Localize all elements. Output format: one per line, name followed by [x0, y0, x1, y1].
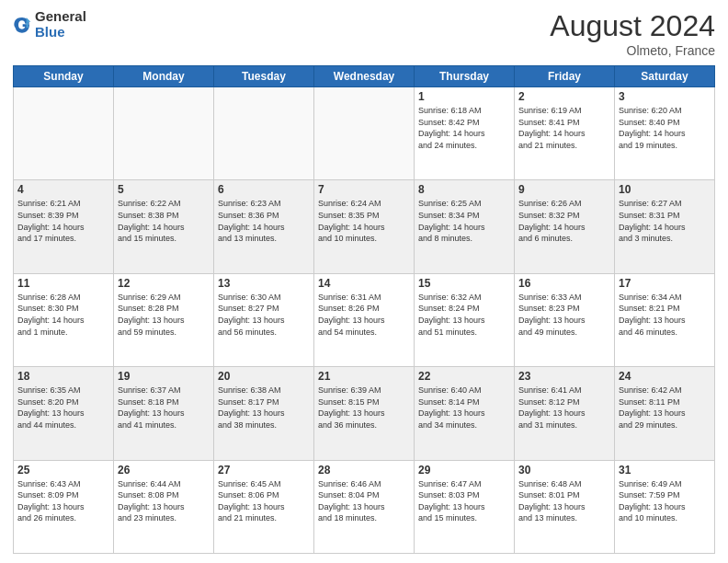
calendar-cell: 10Sunrise: 6:27 AM Sunset: 8:31 PM Dayli… [615, 180, 715, 273]
calendar-cell: 6Sunrise: 6:23 AM Sunset: 8:36 PM Daylig… [214, 180, 314, 273]
calendar-cell: 12Sunrise: 6:29 AM Sunset: 8:28 PM Dayli… [114, 273, 214, 366]
day-info: Sunrise: 6:21 AM Sunset: 8:39 PM Dayligh… [17, 198, 109, 244]
day-number: 1 [418, 90, 510, 103]
calendar-cell: 22Sunrise: 6:40 AM Sunset: 8:14 PM Dayli… [415, 367, 515, 460]
day-info: Sunrise: 6:49 AM Sunset: 7:59 PM Dayligh… [619, 478, 711, 524]
day-number: 18 [17, 370, 109, 383]
calendar-cell: 1Sunrise: 6:18 AM Sunset: 8:42 PM Daylig… [415, 87, 515, 180]
calendar-cell: 19Sunrise: 6:37 AM Sunset: 8:18 PM Dayli… [114, 367, 214, 460]
day-number: 13 [218, 277, 310, 290]
day-number: 20 [218, 370, 310, 383]
day-number: 11 [17, 277, 109, 290]
location: Olmeto, France [550, 43, 715, 58]
calendar-week-row: 1Sunrise: 6:18 AM Sunset: 8:42 PM Daylig… [14, 87, 715, 180]
day-header-saturday: Saturday [615, 66, 715, 87]
day-info: Sunrise: 6:43 AM Sunset: 8:09 PM Dayligh… [17, 478, 109, 524]
day-info: Sunrise: 6:41 AM Sunset: 8:12 PM Dayligh… [518, 385, 610, 431]
logo-text: General Blue [35, 9, 86, 40]
calendar-cell: 7Sunrise: 6:24 AM Sunset: 8:35 PM Daylig… [314, 180, 415, 273]
day-info: Sunrise: 6:19 AM Sunset: 8:41 PM Dayligh… [518, 105, 610, 151]
day-number: 19 [118, 370, 210, 383]
header: General Blue August 2024 Olmeto, France [13, 9, 715, 58]
calendar-cell: 11Sunrise: 6:28 AM Sunset: 8:30 PM Dayli… [14, 273, 114, 366]
day-header-sunday: Sunday [14, 66, 114, 87]
day-info: Sunrise: 6:38 AM Sunset: 8:17 PM Dayligh… [218, 385, 310, 431]
day-info: Sunrise: 6:27 AM Sunset: 8:31 PM Dayligh… [619, 198, 711, 244]
calendar-cell: 29Sunrise: 6:47 AM Sunset: 8:03 PM Dayli… [415, 460, 515, 553]
calendar-week-row: 18Sunrise: 6:35 AM Sunset: 8:20 PM Dayli… [14, 367, 715, 460]
calendar-week-row: 11Sunrise: 6:28 AM Sunset: 8:30 PM Dayli… [14, 273, 715, 366]
day-header-tuesday: Tuesday [214, 66, 314, 87]
day-info: Sunrise: 6:47 AM Sunset: 8:03 PM Dayligh… [418, 478, 510, 524]
day-number: 16 [518, 277, 610, 290]
day-info: Sunrise: 6:44 AM Sunset: 8:08 PM Dayligh… [118, 478, 210, 524]
day-number: 31 [619, 464, 711, 477]
day-number: 22 [418, 370, 510, 383]
calendar-cell: 17Sunrise: 6:34 AM Sunset: 8:21 PM Dayli… [615, 273, 715, 366]
logo-blue-text: Blue [35, 25, 86, 40]
day-info: Sunrise: 6:32 AM Sunset: 8:24 PM Dayligh… [418, 292, 510, 338]
calendar-cell: 27Sunrise: 6:45 AM Sunset: 8:06 PM Dayli… [214, 460, 314, 553]
calendar-week-row: 25Sunrise: 6:43 AM Sunset: 8:09 PM Dayli… [14, 460, 715, 553]
day-number: 30 [518, 464, 610, 477]
day-header-thursday: Thursday [415, 66, 515, 87]
day-number: 29 [418, 464, 510, 477]
day-number: 7 [318, 183, 410, 196]
day-header-friday: Friday [515, 66, 615, 87]
calendar-cell [114, 87, 214, 180]
logo-general-text: General [35, 9, 86, 25]
day-number: 27 [218, 464, 310, 477]
day-info: Sunrise: 6:24 AM Sunset: 8:35 PM Dayligh… [318, 198, 410, 244]
calendar-cell: 23Sunrise: 6:41 AM Sunset: 8:12 PM Dayli… [515, 367, 615, 460]
day-number: 25 [17, 464, 109, 477]
title-block: August 2024 Olmeto, France [550, 9, 715, 58]
day-info: Sunrise: 6:23 AM Sunset: 8:36 PM Dayligh… [218, 198, 310, 244]
day-info: Sunrise: 6:29 AM Sunset: 8:28 PM Dayligh… [118, 292, 210, 338]
calendar-header-row: SundayMondayTuesdayWednesdayThursdayFrid… [14, 66, 715, 87]
calendar-cell: 4Sunrise: 6:21 AM Sunset: 8:39 PM Daylig… [14, 180, 114, 273]
day-info: Sunrise: 6:25 AM Sunset: 8:34 PM Dayligh… [418, 198, 510, 244]
calendar-cell: 15Sunrise: 6:32 AM Sunset: 8:24 PM Dayli… [415, 273, 515, 366]
calendar-cell: 28Sunrise: 6:46 AM Sunset: 8:04 PM Dayli… [314, 460, 415, 553]
calendar-cell: 2Sunrise: 6:19 AM Sunset: 8:41 PM Daylig… [515, 87, 615, 180]
day-info: Sunrise: 6:34 AM Sunset: 8:21 PM Dayligh… [619, 292, 711, 338]
day-info: Sunrise: 6:40 AM Sunset: 8:14 PM Dayligh… [418, 385, 510, 431]
day-number: 9 [518, 183, 610, 196]
day-number: 3 [619, 90, 711, 103]
calendar-cell: 21Sunrise: 6:39 AM Sunset: 8:15 PM Dayli… [314, 367, 415, 460]
day-number: 2 [518, 90, 610, 103]
day-number: 12 [118, 277, 210, 290]
calendar-cell: 30Sunrise: 6:48 AM Sunset: 8:01 PM Dayli… [515, 460, 615, 553]
logo: General Blue [13, 9, 86, 40]
calendar-cell: 14Sunrise: 6:31 AM Sunset: 8:26 PM Dayli… [314, 273, 415, 366]
month-year: August 2024 [550, 9, 715, 43]
day-number: 10 [619, 183, 711, 196]
calendar-cell: 13Sunrise: 6:30 AM Sunset: 8:27 PM Dayli… [214, 273, 314, 366]
calendar-cell: 31Sunrise: 6:49 AM Sunset: 7:59 PM Dayli… [615, 460, 715, 553]
calendar-cell: 24Sunrise: 6:42 AM Sunset: 8:11 PM Dayli… [615, 367, 715, 460]
calendar-cell [214, 87, 314, 180]
page: General Blue August 2024 Olmeto, France … [0, 0, 728, 563]
day-info: Sunrise: 6:18 AM Sunset: 8:42 PM Dayligh… [418, 105, 510, 151]
day-info: Sunrise: 6:26 AM Sunset: 8:32 PM Dayligh… [518, 198, 610, 244]
calendar-cell: 3Sunrise: 6:20 AM Sunset: 8:40 PM Daylig… [615, 87, 715, 180]
calendar-cell [14, 87, 114, 180]
day-number: 24 [619, 370, 711, 383]
calendar-cell: 25Sunrise: 6:43 AM Sunset: 8:09 PM Dayli… [14, 460, 114, 553]
day-number: 28 [318, 464, 410, 477]
calendar-cell [314, 87, 415, 180]
day-info: Sunrise: 6:30 AM Sunset: 8:27 PM Dayligh… [218, 292, 310, 338]
calendar-week-row: 4Sunrise: 6:21 AM Sunset: 8:39 PM Daylig… [14, 180, 715, 273]
day-number: 8 [418, 183, 510, 196]
calendar-cell: 16Sunrise: 6:33 AM Sunset: 8:23 PM Dayli… [515, 273, 615, 366]
day-number: 4 [17, 183, 109, 196]
day-number: 15 [418, 277, 510, 290]
day-info: Sunrise: 6:31 AM Sunset: 8:26 PM Dayligh… [318, 292, 410, 338]
day-info: Sunrise: 6:33 AM Sunset: 8:23 PM Dayligh… [518, 292, 610, 338]
day-number: 17 [619, 277, 711, 290]
day-info: Sunrise: 6:45 AM Sunset: 8:06 PM Dayligh… [218, 478, 310, 524]
day-info: Sunrise: 6:28 AM Sunset: 8:30 PM Dayligh… [17, 292, 109, 338]
day-header-monday: Monday [114, 66, 214, 87]
day-number: 14 [318, 277, 410, 290]
day-info: Sunrise: 6:20 AM Sunset: 8:40 PM Dayligh… [619, 105, 711, 151]
